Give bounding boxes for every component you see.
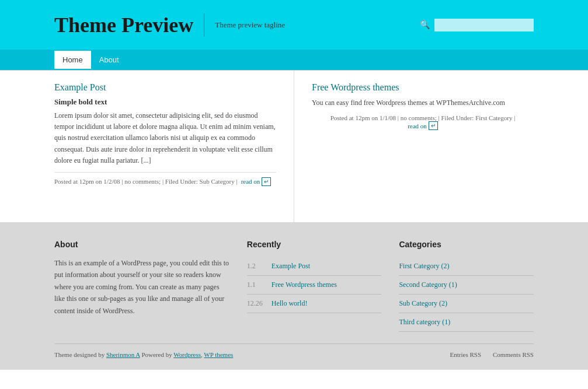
recently-item-1: 1.1 Free Wordpress themes	[247, 276, 382, 295]
header-left: Theme Preview Theme preview tagline	[54, 13, 285, 37]
site-tagline: Theme preview tagline	[215, 20, 285, 30]
category-link-3[interactable]: Third category (1)	[399, 318, 450, 326]
footer-credit: Theme designed by Sherinmon A Powered by…	[54, 351, 233, 358]
recently-date-2: 12.26	[247, 299, 266, 308]
left-post-read-on[interactable]: read on ↵	[241, 177, 272, 186]
navigation: Home About	[0, 50, 588, 71]
right-column: Free Wordpress themes You can easy find …	[312, 71, 534, 222]
search-icon: 🔍	[420, 20, 430, 30]
right-post-meta: Posted at 12pm on 1/1/08 | no comments; …	[312, 114, 534, 130]
footer-rss: Entries RSS Comments RSS	[450, 351, 534, 358]
category-item-2: Sub Category (2)	[399, 295, 534, 313]
left-post-read-on-arrow: ↵	[262, 177, 271, 186]
footer-platform-link[interactable]: Wordpress	[173, 351, 201, 358]
right-post-read-on-arrow: ↵	[429, 121, 438, 130]
recently-date-0: 1.2	[247, 262, 266, 271]
category-link-1[interactable]: Second Category (1)	[399, 281, 457, 289]
footer: About This is an example of a WordPress …	[0, 222, 588, 370]
category-link-2[interactable]: Sub Category (2)	[399, 299, 447, 307]
left-post-bold: Simple bold text	[54, 97, 276, 107]
category-link-0[interactable]: First Category (2)	[399, 262, 449, 270]
recently-date-1: 1.1	[247, 281, 266, 289]
right-post-title[interactable]: Free Wordpress themes	[312, 82, 534, 93]
nav-item-home[interactable]: Home	[54, 51, 91, 69]
footer-about-text: This is an example of a WordPress page, …	[54, 257, 229, 317]
category-item-3: Third category (1)	[399, 313, 534, 332]
left-column: Example Post Simple bold text Lorem ipsu…	[54, 71, 294, 222]
search-input[interactable]	[434, 19, 534, 31]
footer-wp-themes-link[interactable]: WP themes	[204, 351, 233, 358]
recently-item-2: 12.26 Hello world!	[247, 295, 382, 313]
right-post-content: You can easy find free Wordpress themes …	[312, 97, 534, 108]
recently-item-0: 1.2 Example Post	[247, 257, 382, 276]
category-item-1: Second Category (1)	[399, 276, 534, 295]
left-post-content: Lorem ipsum dolor sit amet, consectetur …	[54, 110, 276, 166]
recently-link-2[interactable]: Hello world!	[272, 299, 308, 308]
footer-recently-widget: Recently 1.2 Example Post 1.1 Free Wordp…	[247, 240, 382, 332]
left-post-meta-text: Posted at 12pm on 1/2/08 | no comments; …	[54, 178, 238, 185]
comments-rss-link[interactable]: Comments RSS	[493, 351, 534, 358]
categories-list: First Category (2) Second Category (1) S…	[399, 257, 534, 332]
site-header: Theme Preview Theme preview tagline 🔍	[0, 0, 588, 50]
footer-designer-link[interactable]: Sherinmon A	[106, 351, 140, 358]
footer-credit-prefix: Theme designed by	[54, 351, 106, 358]
site-title: Theme Preview	[54, 13, 193, 37]
recently-list: 1.2 Example Post 1.1 Free Wordpress them…	[247, 257, 382, 313]
recently-link-0[interactable]: Example Post	[272, 262, 310, 271]
footer-categories-widget: Categories First Category (2) Second Cat…	[399, 240, 534, 332]
header-right: 🔍	[420, 19, 534, 31]
header-divider	[204, 13, 204, 37]
left-post-meta: Posted at 12pm on 1/2/08 | no comments; …	[54, 172, 276, 186]
main-content: Example Post Simple bold text Lorem ipsu…	[0, 71, 588, 222]
right-post-read-on[interactable]: read on ↵	[408, 121, 438, 130]
recently-link-1[interactable]: Free Wordpress themes	[272, 281, 337, 289]
entries-rss-link[interactable]: Entries RSS	[450, 351, 481, 358]
footer-about-widget: About This is an example of a WordPress …	[54, 240, 229, 332]
category-item-0: First Category (2)	[399, 257, 534, 276]
footer-recently-title: Recently	[247, 240, 382, 249]
footer-bottom: Theme designed by Sherinmon A Powered by…	[54, 344, 534, 358]
footer-about-title: About	[54, 240, 229, 249]
footer-credit-middle: Powered by	[140, 351, 174, 358]
left-post-title[interactable]: Example Post	[54, 82, 276, 93]
footer-widgets: About This is an example of a WordPress …	[54, 240, 534, 332]
right-post-meta-text: Posted at 12pm on 1/1/08 | no comments; …	[312, 114, 534, 121]
footer-categories-title: Categories	[399, 240, 534, 249]
nav-item-about[interactable]: About	[91, 51, 127, 69]
